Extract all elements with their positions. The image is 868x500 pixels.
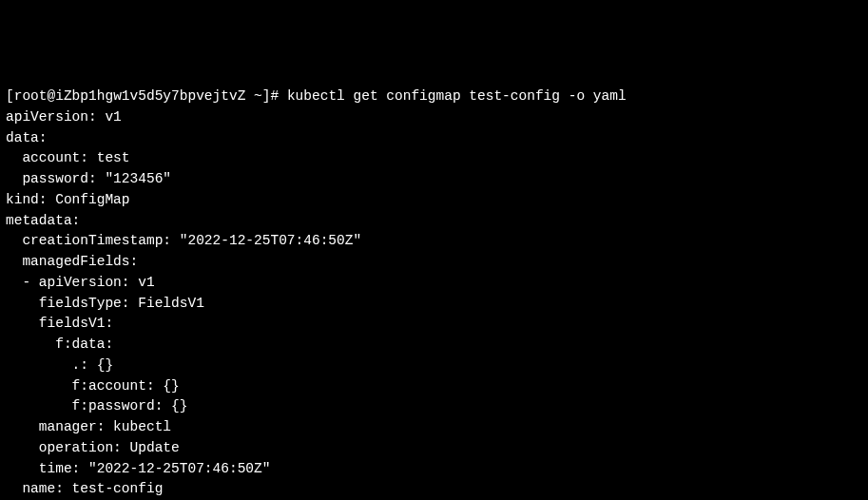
yaml-val: v1 [97, 109, 122, 125]
yaml-line: time: "2022-12-25T07:46:50Z" [6, 461, 270, 476]
yaml-key: data: [6, 130, 48, 145]
yaml-line: manager: kubectl [6, 419, 171, 434]
yaml-line: operation: Update [6, 440, 180, 455]
yaml-line: .: {} [6, 357, 113, 373]
yaml-key: metadata: [6, 213, 80, 228]
yaml-line: account: test [6, 150, 130, 165]
yaml-line: password: "123456" [6, 171, 171, 186]
yaml-line: fieldsV1: [6, 316, 113, 331]
prompt-line-1: [root@iZbp1hgw1v5d5y7bpvejtvZ ~]# kubect… [6, 88, 627, 104]
terminal-output: [root@iZbp1hgw1v5d5y7bpvejtvZ ~]# kubect… [6, 87, 862, 500]
yaml-line: apiVersion: v1 [6, 109, 122, 125]
prompt-user: root [14, 88, 48, 104]
prompt-cwd: ~ [254, 88, 262, 104]
yaml-line: fieldsType: FieldsV1 [6, 296, 204, 311]
yaml-line: f:account: {} [6, 378, 180, 394]
yaml-line: - apiVersion: v1 [6, 275, 155, 290]
command-text: kubectl get configmap test-config -o yam… [287, 88, 627, 104]
yaml-line: f:data: [6, 337, 113, 352]
yaml-line: kind: ConfigMap [6, 192, 130, 207]
prompt-host: iZbp1hgw1v5d5y7bpvejtvZ [55, 88, 245, 104]
yaml-key: managedFields: [6, 254, 138, 269]
prompt-symbol: # [270, 88, 279, 104]
yaml-line: f:password: {} [6, 398, 187, 413]
yaml-line: name: test-config [6, 481, 163, 496]
yaml-key: apiVersion: [6, 109, 97, 125]
yaml-line: creationTimestamp: "2022-12-25T07:46:50Z… [6, 233, 361, 248]
